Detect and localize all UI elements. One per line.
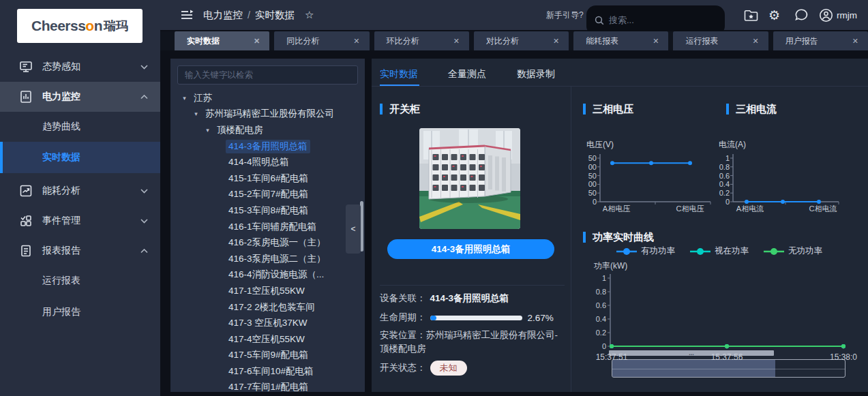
- tree-node[interactable]: 417-1空压机55KW: [170, 283, 365, 299]
- sidebar-item-situation[interactable]: 态势感知: [0, 52, 160, 82]
- sidebar-item-energy-analysis[interactable]: 能耗分析: [0, 176, 160, 206]
- section-title: 开关柜: [389, 103, 420, 116]
- open-tab-label: 同比分析: [286, 35, 319, 47]
- tree-node-label: 415-1车间6#配电箱: [226, 172, 311, 185]
- tree-node[interactable]: 417-2 2楼北包装车间: [170, 299, 365, 316]
- sidebar-item-trend-curve[interactable]: 趋势曲线: [0, 112, 160, 142]
- user-avatar-icon[interactable]: [819, 0, 833, 30]
- tree-node[interactable]: 414-4照明总箱: [170, 154, 365, 170]
- svg-text:...: ...: [689, 350, 694, 356]
- svg-text:0.4: 0.4: [596, 315, 606, 323]
- open-tab-label: 对比分析: [486, 35, 519, 47]
- divider: [372, 86, 868, 87]
- tab-close-icon[interactable]: ✕: [453, 37, 460, 46]
- tree-node[interactable]: 417-7车间1#配电箱: [170, 380, 365, 392]
- tree-search-input[interactable]: [178, 66, 357, 84]
- tree-node[interactable]: 416-3泵房电源二（主）: [170, 251, 365, 267]
- sidebar-item-operation-report[interactable]: 运行报表: [0, 266, 160, 296]
- sidebar-item-reports[interactable]: 报表报告: [0, 236, 160, 266]
- tab-close-icon[interactable]: ✕: [254, 37, 260, 46]
- tree-caret-icon[interactable]: ▾: [203, 127, 212, 134]
- section-power-curve: 功率实时曲线: [583, 230, 654, 244]
- section-marker: [583, 232, 586, 243]
- tree-node[interactable]: ▾江苏: [170, 90, 365, 106]
- open-tab-label: 环比分析: [387, 35, 419, 47]
- power-chart: 功率(kW)10.80.60.40.20...15:37:5115:37:561…: [583, 259, 861, 361]
- legend-item[interactable]: 有功功率: [616, 245, 675, 257]
- tab-close-icon[interactable]: ✕: [852, 37, 858, 46]
- menu-fold-icon[interactable]: [181, 0, 194, 30]
- open-tab[interactable]: 实时数据✕: [175, 31, 269, 50]
- tree-node-label: 417-7车间1#配电箱: [226, 380, 311, 392]
- tree-node-label: 416-4消防设施电源（...: [226, 268, 327, 281]
- tree-node[interactable]: 415-1车间6#配电箱: [170, 170, 365, 187]
- breadcrumb-page[interactable]: 实时数据: [255, 9, 295, 22]
- tree-node[interactable]: 416-4消防设施电源（...: [170, 267, 365, 284]
- field-value: 414-3备用照明总箱: [430, 292, 509, 305]
- life-cycle-progressbar: [430, 316, 522, 320]
- breadcrumb-module[interactable]: 电力监控: [203, 9, 243, 22]
- open-tab[interactable]: 能耗报表✕: [573, 31, 668, 50]
- gear-icon[interactable]: ⚙: [768, 0, 780, 30]
- section-current: 三相电流: [726, 102, 777, 116]
- brand-logo-cn: 瑞玛: [104, 18, 128, 34]
- section-title: 三相电压: [593, 103, 633, 116]
- search-placeholder: 搜索...: [609, 14, 634, 27]
- tab-all-points[interactable]: 全量测点: [448, 65, 486, 84]
- tree-caret-icon[interactable]: ▾: [192, 110, 200, 117]
- tree-node-label: 414-3备用照明总箱: [226, 140, 310, 153]
- folder-star-icon[interactable]: [744, 0, 758, 30]
- legend-item[interactable]: 无功功率: [764, 245, 822, 257]
- open-tab[interactable]: 对比分析✕: [474, 31, 569, 50]
- tree-node[interactable]: ▾苏州瑞玛精密工业股份有限公司: [170, 106, 365, 123]
- field-label: 安装位置：: [380, 330, 426, 340]
- sidebar: Cheersson 瑞玛 态势感知 电力监控 趋势曲线 实时数据 能耗分析 事件…: [0, 0, 160, 396]
- sidebar-item-user-report[interactable]: 用户报告: [0, 297, 160, 327]
- tree-node[interactable]: ▾顶楼配电房: [170, 122, 365, 138]
- tree-node[interactable]: 417-6车间10#配电箱: [170, 363, 365, 380]
- device-tree-panel: ▾江苏▾苏州瑞玛精密工业股份有限公司▾顶楼配电房414-3备用照明总箱414-4…: [170, 59, 365, 392]
- breadcrumb-separator: /: [248, 10, 250, 20]
- legend-item[interactable]: 视在功率: [690, 245, 749, 257]
- section-marker: [726, 104, 729, 115]
- chevron-up-icon: [140, 249, 148, 254]
- tab-close-icon[interactable]: ✕: [553, 37, 559, 46]
- legend-label: 有功功率: [641, 245, 675, 257]
- device-name-button[interactable]: 414-3备用照明总箱: [387, 239, 554, 259]
- tree-search-box[interactable]: [177, 65, 358, 85]
- tree-node[interactable]: 415-2车间7#配电箱: [170, 187, 365, 203]
- sidebar-item-realtime-data[interactable]: 实时数据: [0, 142, 160, 173]
- tab-close-icon[interactable]: ✕: [353, 37, 359, 46]
- svg-text:C相电流: C相电流: [809, 204, 837, 213]
- svg-text:0.8: 0.8: [719, 163, 730, 171]
- sidebar-item-power-monitoring[interactable]: 电力监控: [0, 82, 160, 112]
- tab-close-icon[interactable]: ✕: [752, 37, 758, 46]
- tree-node[interactable]: 417-3 空压机37KW: [170, 315, 365, 331]
- svg-text:0.4: 0.4: [719, 180, 730, 188]
- tree-node[interactable]: 416-2泵房电源一（主）: [170, 234, 365, 251]
- sidebar-item-event-management[interactable]: 事件管理: [0, 206, 160, 236]
- open-tab[interactable]: 运行报表✕: [673, 31, 768, 50]
- tree-node[interactable]: 415-3车间8#配电箱: [170, 202, 365, 219]
- svg-text:1: 1: [725, 154, 730, 162]
- open-tab[interactable]: 用户报告✕: [773, 31, 868, 50]
- tree-node[interactable]: 417-4空压机55KW: [170, 331, 365, 348]
- open-tab[interactable]: 环比分析✕: [374, 31, 469, 50]
- open-tab[interactable]: 同比分析✕: [274, 31, 369, 50]
- tree-node[interactable]: 416-1车间辅房配电箱: [170, 219, 365, 235]
- legend-swatch-icon: [764, 247, 784, 256]
- tree-caret-icon[interactable]: ▾: [180, 95, 189, 102]
- tree-collapse-handle[interactable]: <: [346, 204, 361, 254]
- brand-logo[interactable]: Cheersson 瑞玛: [17, 9, 143, 43]
- tree-node-label: 415-3车间8#配电箱: [226, 204, 311, 217]
- datazoom-slider[interactable]: [612, 359, 845, 378]
- tree-node[interactable]: 414-3备用照明总箱: [170, 138, 365, 155]
- tab-data-record[interactable]: 数据录制: [517, 65, 555, 84]
- tab-close-icon[interactable]: ✕: [653, 37, 659, 46]
- chat-icon[interactable]: [794, 0, 809, 30]
- beginner-guide-link[interactable]: 新手引导?: [546, 0, 584, 30]
- favorite-star-icon[interactable]: ☆: [305, 0, 314, 30]
- tree-node[interactable]: 417-5车间9#配电箱: [170, 348, 365, 364]
- username-label[interactable]: rmjm: [837, 0, 857, 30]
- tab-realtime-data[interactable]: 实时数据: [380, 65, 418, 84]
